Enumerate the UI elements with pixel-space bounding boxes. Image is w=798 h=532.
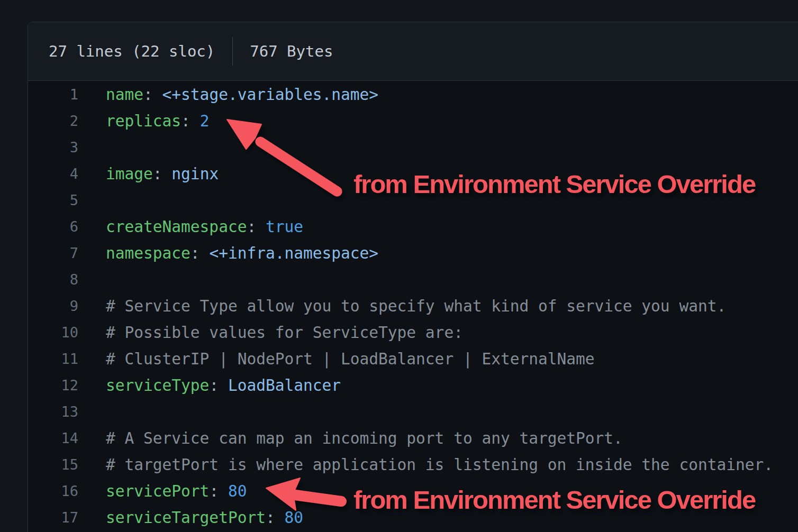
header-divider <box>232 37 233 66</box>
file-header: 27 lines (22 sloc) 767 Bytes <box>28 22 798 81</box>
code-text: # ClusterIP | NodePort | LoadBalancer | … <box>78 346 595 372</box>
code-line: 6createNamespace: true <box>28 214 798 240</box>
line-number[interactable]: 4 <box>28 161 78 187</box>
code-line: 10# Possible values for ServiceType are: <box>28 319 798 346</box>
line-number[interactable]: 6 <box>28 214 78 240</box>
code-line: 13 <box>28 399 798 425</box>
line-number[interactable]: 2 <box>28 108 78 134</box>
code-line: 9# Service Type allow you to specify wha… <box>28 293 798 319</box>
code-line: 8 <box>28 267 798 293</box>
line-number[interactable]: 15 <box>28 452 78 478</box>
file-lines-info: 27 lines (22 sloc) <box>49 42 215 60</box>
line-number[interactable]: 8 <box>28 267 78 293</box>
line-number[interactable]: 7 <box>28 240 78 267</box>
code-text: name: <+stage.variables.name> <box>78 81 378 108</box>
code-text: replicas: 2 <box>78 108 209 134</box>
code-text: namespace: <+infra.namespace> <box>78 240 378 267</box>
code-text <box>78 267 106 293</box>
code-text: # Possible values for ServiceType are: <box>78 319 463 346</box>
line-number[interactable]: 1 <box>28 81 78 108</box>
file-size-info: 767 Bytes <box>250 42 333 60</box>
line-number[interactable]: 5 <box>28 187 78 214</box>
code-line: 2replicas: 2 <box>28 108 798 134</box>
code-text <box>78 399 106 425</box>
code-line: 1name: <+stage.variables.name> <box>28 81 798 108</box>
code-text: # targetPort is where application is lis… <box>78 452 773 478</box>
code-line: 11# ClusterIP | NodePort | LoadBalancer … <box>28 346 798 372</box>
line-number[interactable]: 16 <box>28 478 78 505</box>
line-number[interactable]: 11 <box>28 346 78 372</box>
code-text: # Service Type allow you to specify what… <box>78 293 726 319</box>
line-number[interactable]: 13 <box>28 399 78 425</box>
line-number[interactable]: 3 <box>28 134 78 161</box>
line-number[interactable]: 12 <box>28 372 78 399</box>
code-line: 15# targetPort is where application is l… <box>28 452 798 478</box>
code-line: 3 <box>28 134 798 161</box>
code-text: servicePort: 80 <box>78 478 247 505</box>
line-number[interactable]: 17 <box>28 505 78 531</box>
code-text: # A Service can map an incoming port to … <box>78 425 623 452</box>
code-line: 7namespace: <+infra.namespace> <box>28 240 798 267</box>
code-text <box>78 134 106 161</box>
code-area: 1name: <+stage.variables.name>2replicas:… <box>28 81 798 531</box>
line-number[interactable]: 10 <box>28 319 78 346</box>
file-panel: 27 lines (22 sloc) 767 Bytes 1name: <+st… <box>28 22 798 532</box>
code-line: 14# A Service can map an incoming port t… <box>28 425 798 452</box>
code-text: createNamespace: true <box>78 214 303 240</box>
code-line: 4image: nginx <box>28 161 798 187</box>
code-line: 17serviceTargetPort: 80 <box>28 505 798 531</box>
code-text: serviceTargetPort: 80 <box>78 505 303 531</box>
code-line: 16servicePort: 80 <box>28 478 798 505</box>
code-text <box>78 187 106 214</box>
code-line: 12serviceType: LoadBalancer <box>28 372 798 399</box>
code-text: image: nginx <box>78 161 219 187</box>
line-number[interactable]: 9 <box>28 293 78 319</box>
code-line: 5 <box>28 187 798 214</box>
line-number[interactable]: 14 <box>28 425 78 452</box>
code-text: serviceType: LoadBalancer <box>78 372 341 399</box>
